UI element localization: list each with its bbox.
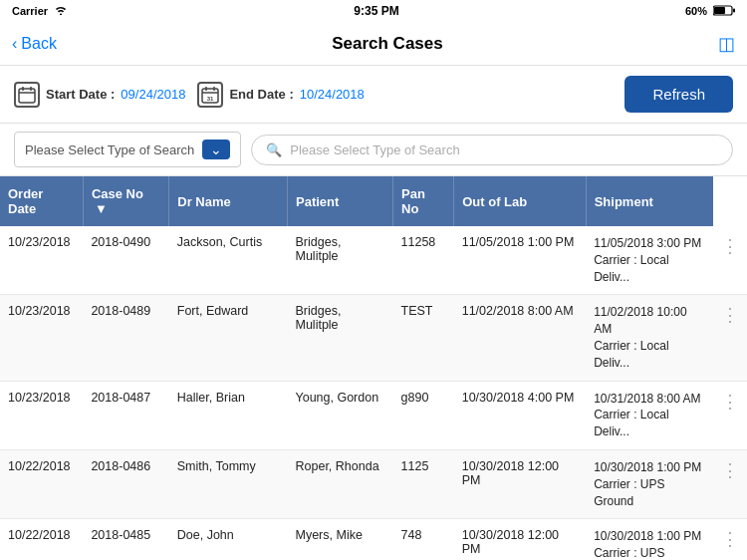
svg-rect-3 [19,89,35,103]
cell-dr-name: Fort, Edward [169,295,288,381]
shipment-line2: Carrier : UPS Ground [594,476,705,510]
end-date-calendar-icon[interactable]: 31 [197,82,223,108]
cell-dr-name: Jackson, Curtis [169,226,288,295]
shipment-line2: Carrier : UPS Ground [594,545,705,560]
cell-dr-name: Smith, Tommy [169,449,288,518]
svg-rect-2 [733,8,735,12]
col-header-pan-no[interactable]: Pan No [393,176,454,226]
col-header-patient[interactable]: Patient [288,176,393,226]
row-menu-button[interactable]: ⋮ [713,295,747,381]
shipment-line2: Carrier : Local Deliv... [594,252,705,286]
table-header-row: Order Date Case No ▼ Dr Name Patient Pan… [0,176,747,226]
end-date-label: End Date : [229,87,293,102]
carrier-label: Carrier [12,5,48,17]
start-date-label: Start Date : [46,87,115,102]
cell-order-date: 10/23/2018 [0,226,83,295]
status-bar: Carrier 9:35 PM 60% [0,0,747,22]
toolbar: Start Date : 09/24/2018 31 End Date : 10… [0,66,747,124]
list-view-icon[interactable]: ◫ [718,33,735,55]
shipment-line1: 11/05/2018 3:00 PM [594,235,705,252]
svg-rect-1 [714,7,725,14]
back-label: Back [21,35,57,53]
cell-pan-no: g890 [393,381,454,449]
back-chevron-icon: ‹ [12,35,17,53]
cell-order-date: 10/23/2018 [0,381,83,449]
start-date-value[interactable]: 09/24/2018 [121,87,185,102]
status-right: 60% [685,5,735,18]
wifi-icon [54,5,68,17]
shipment-line2: Carrier : Local Deliv... [594,338,705,372]
cell-case-no: 2018-0487 [83,381,168,449]
table-row[interactable]: 10/23/20182018-0487Haller, BrianYoung, G… [0,381,747,449]
end-date-value[interactable]: 10/24/2018 [300,87,365,102]
col-header-order-date[interactable]: Order Date [0,176,83,226]
cell-patient: Young, Gordon [288,381,393,449]
search-row: Please Select Type of Search ⌄ 🔍 Please … [0,124,747,176]
back-button[interactable]: ‹ Back [12,35,57,53]
cell-dr-name: Doe, John [169,519,288,560]
search-icon: 🔍 [266,142,282,157]
cell-shipment: 10/31/2018 8:00 AMCarrier : Local Deliv.… [586,381,713,449]
search-input-box[interactable]: 🔍 Please Select Type of Search [251,135,733,165]
col-header-case-no[interactable]: Case No ▼ [83,176,168,226]
table-row[interactable]: 10/23/20182018-0489Fort, EdwardBridges, … [0,295,747,381]
cell-patient: Bridges, Mulitple [288,226,393,295]
cases-table: Order Date Case No ▼ Dr Name Patient Pan… [0,176,747,560]
shipment-line2: Carrier : Local Deliv... [594,407,705,440]
cell-pan-no: TEST [393,295,454,381]
cell-shipment: 11/05/2018 3:00 PMCarrier : Local Deliv.… [586,226,713,295]
status-time: 9:35 PM [354,4,398,18]
cell-out-of-lab: 10/30/2018 12:00 PM [454,449,586,518]
cell-order-date: 10/23/2018 [0,295,83,381]
col-header-dr-name[interactable]: Dr Name [169,176,288,226]
dropdown-arrow-icon: ⌄ [202,140,230,159]
row-menu-button[interactable]: ⋮ [713,449,747,518]
cell-patient: Roper, Rhonda [288,449,393,518]
cell-shipment: 11/02/2018 10:00 AMCarrier : Local Deliv… [586,295,713,381]
cell-out-of-lab: 11/05/2018 1:00 PM [454,226,586,295]
cell-case-no: 2018-0486 [83,449,168,518]
table-row[interactable]: 10/23/20182018-0490Jackson, CurtisBridge… [0,226,747,295]
row-menu-button[interactable]: ⋮ [713,381,747,449]
start-date-group: Start Date : 09/24/2018 [14,82,185,108]
battery-icon [713,5,735,18]
type-of-search-select[interactable]: Please Select Type of Search ⌄ [14,132,241,167]
col-header-out-of-lab[interactable]: Out of Lab [454,176,586,226]
cell-shipment: 10/30/2018 1:00 PMCarrier : UPS Ground [586,519,713,560]
cell-out-of-lab: 10/30/2018 12:00 PM [454,519,586,560]
table-row[interactable]: 10/22/20182018-0486Smith, TommyRoper, Rh… [0,449,747,518]
status-left: Carrier [12,5,68,17]
cell-case-no: 2018-0485 [83,519,168,560]
cell-dr-name: Haller, Brian [169,381,288,449]
cell-order-date: 10/22/2018 [0,519,83,560]
cases-table-container: Order Date Case No ▼ Dr Name Patient Pan… [0,176,747,560]
shipment-line1: 10/30/2018 1:00 PM [594,459,705,476]
shipment-line1: 10/30/2018 1:00 PM [594,528,705,545]
end-date-group: 31 End Date : 10/24/2018 [197,82,364,108]
cell-pan-no: 11258 [393,226,454,295]
cell-patient: Myers, Mike [288,519,393,560]
cell-pan-no: 748 [393,519,454,560]
table-row[interactable]: 10/22/20182018-0485Doe, JohnMyers, Mike7… [0,519,747,560]
row-menu-button[interactable]: ⋮ [713,226,747,295]
start-date-calendar-icon[interactable] [14,82,40,108]
cell-shipment: 10/30/2018 1:00 PMCarrier : UPS Ground [586,449,713,518]
battery-label: 60% [685,5,707,17]
refresh-button[interactable]: Refresh [624,76,733,113]
cell-out-of-lab: 11/02/2018 8:00 AM [454,295,586,381]
shipment-line1: 11/02/2018 10:00 AM [594,304,705,338]
cell-out-of-lab: 10/30/2018 4:00 PM [454,381,586,449]
cell-case-no: 2018-0490 [83,226,168,295]
nav-bar: ‹ Back Search Cases ◫ [0,22,747,66]
col-header-shipment[interactable]: Shipment [586,176,713,226]
row-menu-button[interactable]: ⋮ [713,519,747,560]
cell-pan-no: 1125 [393,449,454,518]
cell-case-no: 2018-0489 [83,295,168,381]
search-placeholder: Please Select Type of Search [290,142,459,157]
shipment-line1: 10/31/2018 8:00 AM [594,391,705,408]
cell-order-date: 10/22/2018 [0,449,83,518]
case-no-sort-icon: ▼ [95,201,108,216]
page-title: Search Cases [332,34,443,54]
cell-patient: Bridges, Mulitple [288,295,393,381]
type-select-label: Please Select Type of Search [25,142,194,157]
